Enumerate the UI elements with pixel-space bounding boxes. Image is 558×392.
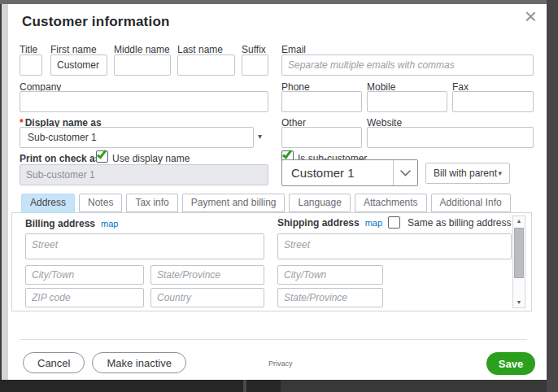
- company-input[interactable]: [20, 91, 268, 112]
- phone-input[interactable]: [281, 91, 362, 112]
- shipping-zip-input[interactable]: [277, 311, 383, 311]
- tab-notes[interactable]: Notes: [79, 194, 122, 212]
- privacy-link[interactable]: Privacy: [268, 359, 293, 368]
- last-name-label: Last name: [177, 44, 223, 55]
- middle-name-input[interactable]: [114, 54, 171, 76]
- email-label: Email: [281, 44, 306, 55]
- tab-tax-info[interactable]: Tax info: [126, 194, 177, 212]
- bill-with-parent-select[interactable]: Bill with parent ▾: [425, 163, 510, 184]
- billing-city-input[interactable]: [25, 265, 144, 285]
- footer-divider: [20, 339, 527, 340]
- make-inactive-button[interactable]: Make inactive: [92, 352, 185, 373]
- footer-left-buttons: Cancel Make inactive: [23, 352, 186, 373]
- use-display-name-checkbox[interactable]: [96, 150, 108, 163]
- parent-customer-select[interactable]: Customer 1: [281, 159, 418, 186]
- backdrop-left-strip: [2, 4, 8, 380]
- email-input[interactable]: [281, 54, 534, 76]
- title-input[interactable]: [20, 54, 42, 76]
- display-name-select[interactable]: Sub-customer 1: [20, 127, 254, 148]
- title-label: Title: [20, 44, 37, 55]
- panel-scrollbar[interactable]: ▲ ▼: [512, 216, 525, 308]
- fax-input[interactable]: [452, 91, 534, 112]
- bill-with-parent-value: Bill with parent: [434, 168, 497, 179]
- dialog-title: Customer information: [22, 14, 170, 30]
- tab-address[interactable]: Address: [21, 194, 75, 213]
- scrollbar-thumb[interactable]: [514, 228, 524, 278]
- first-name-input[interactable]: [50, 54, 107, 76]
- backdrop-bottom-divider: [243, 380, 246, 392]
- suffix-input[interactable]: [242, 54, 268, 76]
- first-name-label: First name: [50, 44, 97, 55]
- shipping-address-header: Shipping address map Same as billing add…: [277, 216, 512, 229]
- shipping-city-input[interactable]: [277, 265, 383, 285]
- shipping-map-link[interactable]: map: [365, 218, 382, 228]
- tab-payment-and-billing[interactable]: Payment and billing: [182, 194, 286, 212]
- checkmark-icon: [282, 148, 292, 159]
- customer-information-dialog: Customer information × Title First name …: [8, 4, 547, 380]
- save-button[interactable]: Save: [486, 352, 535, 375]
- last-name-input[interactable]: [177, 54, 235, 76]
- billing-zip-input[interactable]: [25, 288, 144, 307]
- chevron-down-icon[interactable]: [393, 160, 417, 185]
- suffix-label: Suffix: [242, 44, 266, 55]
- mobile-input[interactable]: [367, 91, 447, 112]
- shipping-street-input[interactable]: [277, 233, 512, 259]
- print-on-check-input: [20, 164, 268, 185]
- backdrop-right-strip: [547, 0, 558, 392]
- website-input[interactable]: [367, 127, 534, 148]
- billing-state-input[interactable]: [150, 265, 264, 285]
- checkmark-icon: [97, 148, 107, 159]
- same-as-billing-checkbox[interactable]: [388, 216, 400, 229]
- tab-attachments[interactable]: Attachments: [355, 194, 427, 212]
- display-name-dropdown-icon[interactable]: ▾: [258, 133, 262, 141]
- same-as-billing-label: Same as billing address: [408, 217, 511, 229]
- billing-street-input[interactable]: [25, 233, 264, 259]
- other-input[interactable]: [281, 127, 362, 148]
- middle-name-label: Middle name: [114, 44, 170, 55]
- billing-country-input[interactable]: [150, 288, 264, 307]
- billing-map-link[interactable]: map: [101, 219, 118, 229]
- shipping-address-heading: Shipping address: [277, 217, 360, 229]
- detail-tabs: Address Notes Tax info Payment and billi…: [21, 194, 511, 213]
- shipping-state-input[interactable]: [277, 288, 383, 307]
- backdrop-bottom-segment: [281, 380, 547, 392]
- print-on-check-label: Print on check as: [20, 153, 100, 164]
- use-display-name-label: Use display name: [112, 153, 190, 164]
- billing-address-heading: Billing address: [25, 218, 95, 229]
- display-name-value: Sub-customer 1: [28, 132, 97, 143]
- bill-with-dropdown-icon: ▾: [498, 170, 502, 177]
- close-icon[interactable]: ×: [520, 4, 542, 28]
- address-tab-panel: Billing address map Shipping address map…: [11, 212, 532, 311]
- scroll-up-icon[interactable]: ▲: [513, 216, 525, 226]
- tab-language[interactable]: Language: [289, 194, 350, 212]
- billing-address-header: Billing address map: [25, 218, 118, 229]
- cancel-button[interactable]: Cancel: [23, 352, 85, 373]
- tab-additional-info[interactable]: Additional Info: [431, 194, 511, 212]
- parent-customer-value: Customer 1: [291, 166, 355, 180]
- scroll-down-icon[interactable]: ▼: [513, 298, 525, 307]
